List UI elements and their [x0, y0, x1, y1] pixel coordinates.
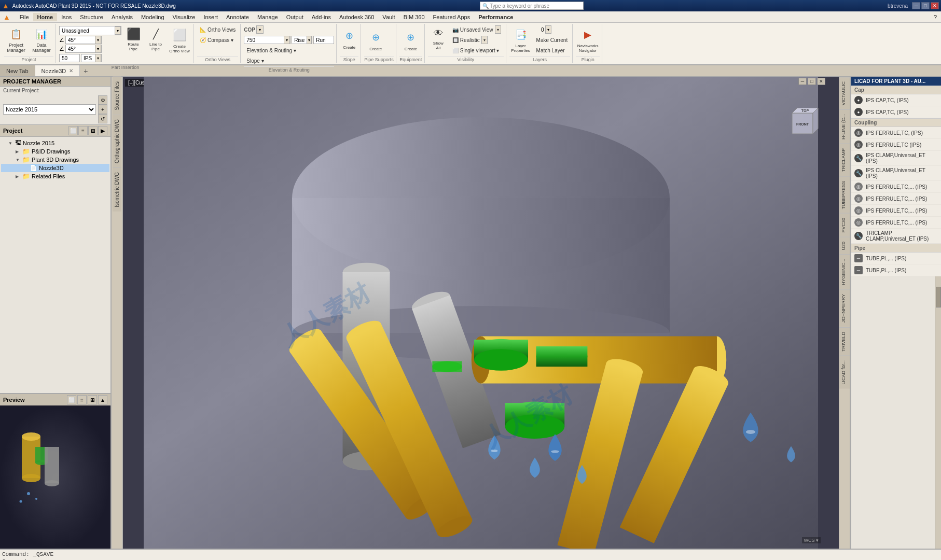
unsaved-view-dropdown[interactable]: ▾	[495, 25, 501, 34]
project-view-icon[interactable]: ⬜	[68, 126, 78, 135]
tree-nozzle2015[interactable]: ▼ 🏗 Nozzle 2015	[1, 139, 109, 147]
realistic-view-button[interactable]: 🔲 Realistic ▾	[450, 35, 504, 45]
project-settings-icon[interactable]: ⚙	[98, 95, 107, 105]
preview-icon1[interactable]: ⬜	[67, 395, 76, 404]
tree-nozzle3d[interactable]: 📄 Nozzle3D	[1, 164, 109, 172]
pvc30-tab[interactable]: PVC30	[839, 213, 850, 237]
licad-coupling-5[interactable]: ◎ IPS FERRULE,TC,... (IPS)	[851, 181, 941, 193]
hline-tab[interactable]: H-LINE (C...	[839, 109, 850, 144]
navisworks-button[interactable]: ▶ NavisworksNavigator	[576, 25, 600, 54]
pipe-supports-create-button[interactable]: ⊕ Create	[364, 25, 387, 54]
project-list-icon[interactable]: ≡	[78, 126, 88, 135]
nozzle3d-tab[interactable]: Nozzle3D ✕	[35, 65, 80, 76]
project-manager-button[interactable]: 📋 ProjectManager	[4, 25, 28, 54]
project-new-icon[interactable]: +	[98, 105, 107, 114]
licad-tab[interactable]: LICAD for...	[839, 356, 850, 389]
licad-coupling-9[interactable]: 🔧 TRICLAMP CLAMP,Universal_ET (IPS)	[851, 229, 941, 244]
realistic-dropdown[interactable]: ▾	[481, 36, 488, 44]
menu-annotate[interactable]: Annotate	[222, 13, 253, 21]
project-refresh-icon[interactable]: ↺	[98, 114, 107, 123]
preview-expand[interactable]: ▲	[98, 395, 107, 404]
menu-modeling[interactable]: Modeling	[137, 13, 169, 21]
johnperry-tab[interactable]: JOHNPERRY	[839, 289, 850, 327]
close-button[interactable]: ✕	[931, 2, 939, 9]
source-files-tab[interactable]: Source Files	[113, 77, 121, 115]
licad-pipe-2[interactable]: ─ TUBE,PL,... (IPS)	[851, 264, 941, 276]
menu-analysis[interactable]: Analysis	[107, 13, 137, 21]
scrollbar-thumb[interactable]	[936, 287, 941, 307]
new-tab[interactable]: New Tab	[0, 65, 35, 76]
pipe-unit-dropdown[interactable]: ▾	[95, 54, 101, 62]
unsaved-view-button[interactable]: 📷 Unsaved View ▾	[450, 25, 504, 34]
u20-tab[interactable]: U20	[839, 237, 850, 255]
show-all-button[interactable]: 👁 ShowAll	[428, 25, 449, 52]
single-viewport-button[interactable]: ⬜ Single viewport ▾	[450, 46, 504, 55]
licad-cap-item-2[interactable]: ● IPS CAP,TC, (IPS)	[851, 106, 941, 118]
menu-performance[interactable]: Performance	[474, 13, 517, 21]
preview-icon2[interactable]: ≡	[77, 395, 87, 404]
licad-coupling-8[interactable]: ◎ IPS FERRULE,TC,... (IPS)	[851, 217, 941, 229]
angle1-dropdown[interactable]: ▾	[95, 36, 101, 44]
layer-properties-button[interactable]: 📑 LayerProperties	[509, 25, 532, 54]
licad-coupling-6[interactable]: ◎ IPS FERRULE,TC,... (IPS)	[851, 193, 941, 205]
orthographic-dwg-tab[interactable]: Orthographic DWG	[113, 115, 121, 167]
create-button[interactable]: ⊕ Create	[340, 25, 358, 52]
viewport-minimize-button[interactable]: ─	[798, 78, 807, 85]
tubepress-tab[interactable]: TUBEPRESS	[839, 176, 850, 214]
menu-autodesk360[interactable]: Autodesk 360	[335, 13, 378, 21]
line-to-pipe-button[interactable]: ╱ Line toPipe	[145, 26, 166, 53]
viewport[interactable]: [–][Custom View][Realistic]	[123, 77, 839, 549]
add-tab-button[interactable]: +	[80, 65, 91, 76]
tree-related-files[interactable]: ▶ 📁 Related Files	[1, 172, 109, 180]
create-ortho-view-button[interactable]: ⬜ CreateOrtho View	[168, 26, 191, 55]
victaulic-tab[interactable]: VICTAULIC	[839, 77, 850, 109]
menu-structure[interactable]: Structure	[76, 13, 107, 21]
tab-close-icon[interactable]: ✕	[69, 68, 73, 74]
licad-coupling-2[interactable]: ◎ IPS FERRULE,TC (IPS)	[851, 139, 941, 151]
menu-help[interactable]: ?	[930, 13, 941, 21]
compass-button[interactable]: 🧭 Compass ▾	[197, 35, 236, 45]
menu-vault[interactable]: Vault	[378, 13, 399, 21]
menu-featured[interactable]: Featured Apps	[429, 13, 475, 21]
elevation-routing-button[interactable]: Elevation & Routing ▾	[244, 46, 299, 55]
cop-dropdown[interactable]: ▾	[256, 25, 264, 34]
menu-home[interactable]: Home	[33, 13, 58, 21]
tree-plant3d-drawings[interactable]: ▼ 📁 Plant 3D Drawings	[1, 156, 109, 164]
licad-coupling-3[interactable]: 🔧 IPS CLAMP,Universal_ET (IPS)	[851, 151, 941, 166]
licad-coupling-1[interactable]: ◎ IPS FERRULE,TC, (IPS)	[851, 127, 941, 139]
licad-pipe-1[interactable]: ─ TUBE,PL,... (IPS)	[851, 253, 941, 264]
project-grid-icon[interactable]: ⊞	[88, 126, 98, 135]
data-manager-button[interactable]: 📊 DataManager	[30, 25, 53, 54]
triclamp-tab[interactable]: TRICLAMP	[839, 144, 850, 176]
layer-dropdown[interactable]: ▾	[545, 25, 551, 34]
menu-addins[interactable]: Add-ins	[308, 13, 335, 21]
maximize-button[interactable]: □	[921, 2, 930, 9]
preview-icon3[interactable]: ⊞	[88, 395, 97, 404]
project-arrow-icon[interactable]: ▶	[98, 126, 107, 135]
licad-coupling-4[interactable]: 🔧 IPS CLAMP,Universal_ET (IPS)	[851, 166, 941, 181]
licad-coupling-7[interactable]: ◎ IPS FERRULE,TC,... (IPS)	[851, 205, 941, 217]
slope-button[interactable]: Slope ▾	[244, 56, 266, 65]
hygienic-tab[interactable]: HYGIENIC...	[839, 254, 850, 289]
nav-cube[interactable]: FRONT TOP	[787, 108, 823, 144]
minimize-button[interactable]: ─	[912, 2, 920, 9]
route-pipe-button[interactable]: ⬛ RoutePipe	[123, 26, 144, 53]
isometric-dwg-tab[interactable]: Isometric DWG	[113, 167, 121, 212]
licad-cap-item-1[interactable]: ● IPS CAP,TC, (IPS)	[851, 94, 941, 106]
right-panel-scrollbar[interactable]	[935, 276, 941, 549]
angle2-dropdown[interactable]: ▾	[95, 45, 101, 53]
project-dropdown[interactable]: Nozzle 2015	[3, 104, 96, 115]
triveld-tab[interactable]: TRIVELD	[839, 327, 850, 356]
unassigned-dropdown-arrow[interactable]: ▾	[115, 26, 121, 35]
tree-pid-drawings[interactable]: ▶ 📁 P&ID Drawings	[1, 147, 109, 156]
menu-isos[interactable]: Isos	[57, 13, 76, 21]
menu-manage[interactable]: Manage	[253, 13, 282, 21]
menu-output[interactable]: Output	[282, 13, 308, 21]
viewport-close-button[interactable]: ✕	[817, 78, 825, 85]
ortho-views-button[interactable]: 📐 Ortho Views	[197, 25, 238, 34]
rise-dropdown[interactable]: ▾	[307, 36, 312, 44]
search-input[interactable]	[490, 3, 573, 9]
menu-visualize[interactable]: Visualize	[169, 13, 200, 21]
slope-val-dropdown[interactable]: ▾	[284, 36, 290, 44]
viewport-restore-button[interactable]: □	[808, 78, 816, 85]
